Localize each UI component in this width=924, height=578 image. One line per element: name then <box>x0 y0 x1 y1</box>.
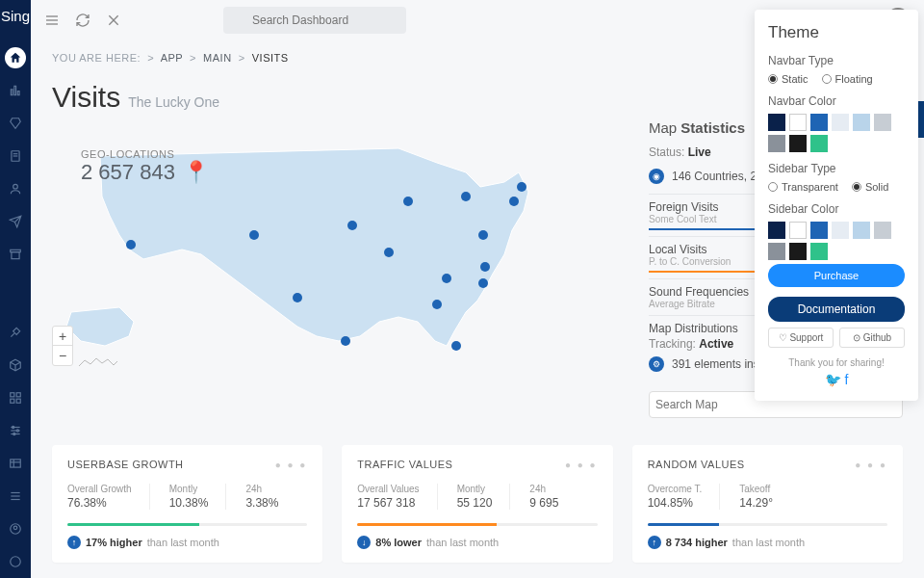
theme-title: Theme <box>768 23 905 42</box>
close-icon[interactable] <box>106 13 121 28</box>
radio-floating[interactable]: Floating <box>822 73 873 85</box>
sidebar-swatches <box>768 222 905 260</box>
color-swatch[interactable] <box>789 135 807 152</box>
color-swatch[interactable] <box>810 114 828 131</box>
zoom-in-button[interactable]: + <box>53 327 72 346</box>
color-swatch[interactable] <box>789 222 807 239</box>
card-menu-icon[interactable]: ● ● ● <box>275 460 308 470</box>
svg-point-34 <box>126 240 136 250</box>
sidebar-item-tables[interactable] <box>0 447 31 480</box>
arrow-up-icon: ↑ <box>648 536 661 549</box>
search-input[interactable] <box>223 7 406 34</box>
svg-rect-8 <box>12 252 19 259</box>
sidebar-item-archive[interactable] <box>0 238 31 271</box>
twitter-icon[interactable]: 🐦 <box>825 372 841 387</box>
arrow-up-icon: ↑ <box>67 536 81 549</box>
map-zoom: + − <box>52 326 73 366</box>
color-swatch[interactable] <box>768 222 785 239</box>
svg-rect-10 <box>16 393 20 397</box>
color-swatch[interactable] <box>768 135 785 152</box>
svg-point-45 <box>480 262 490 272</box>
color-swatch[interactable] <box>853 114 870 131</box>
svg-rect-11 <box>11 399 14 403</box>
breadcrumb-link[interactable]: Main <box>203 52 232 64</box>
sidebar-item-premium[interactable] <box>0 107 31 140</box>
sidebar-item-analytics[interactable] <box>0 74 31 107</box>
card-menu-icon[interactable]: ● ● ● <box>565 460 598 470</box>
svg-point-36 <box>293 293 302 302</box>
color-swatch[interactable] <box>832 222 849 239</box>
svg-point-40 <box>403 197 413 206</box>
sidebar-item-tools[interactable] <box>0 316 31 349</box>
sidebar-item-users[interactable] <box>0 172 31 205</box>
github-link[interactable]: ⊙ Github <box>839 328 905 348</box>
map-widget[interactable]: GEO-LOCATIONS 2 657 843 📍 + − <box>52 119 629 380</box>
breadcrumb-current: Visits <box>252 52 289 64</box>
color-swatch[interactable] <box>810 243 828 260</box>
svg-point-35 <box>249 230 259 240</box>
svg-rect-9 <box>11 393 14 397</box>
gear-small-icon: ⚙ <box>649 356 664 372</box>
svg-point-43 <box>451 341 461 351</box>
theme-panel: Theme Navbar Type Static Floating Navbar… <box>755 10 918 401</box>
svg-rect-2 <box>17 92 19 95</box>
svg-point-42 <box>442 274 451 283</box>
card-random: RANDOM VALUES● ● ● Overcome T.104.85% Ta… <box>632 445 903 563</box>
purchase-button[interactable]: Purchase <box>768 264 905 287</box>
svg-point-47 <box>509 197 519 206</box>
logo: Sing <box>1 8 30 24</box>
sparkline <box>79 356 117 370</box>
radio-static[interactable]: Static <box>768 73 808 85</box>
map-pin-icon: 📍 <box>183 160 209 185</box>
radio-transparent[interactable]: Transparent <box>768 181 838 193</box>
svg-rect-19 <box>11 460 21 467</box>
color-swatch[interactable] <box>768 243 785 260</box>
arrow-down-icon: ↓ <box>357 536 371 549</box>
zoom-out-button[interactable]: − <box>53 346 72 365</box>
svg-point-46 <box>478 278 488 288</box>
sidebar-item-send[interactable] <box>0 205 31 238</box>
sidebar-item-more[interactable] <box>0 545 31 578</box>
sidebar: Sing <box>0 0 31 578</box>
sidebar-item-list[interactable] <box>0 480 31 512</box>
svg-rect-1 <box>14 86 16 94</box>
color-swatch[interactable] <box>789 243 807 260</box>
svg-point-39 <box>384 248 394 257</box>
facebook-icon[interactable]: f <box>845 372 849 387</box>
color-swatch[interactable] <box>832 114 849 131</box>
geo-locations: GEO-LOCATIONS 2 657 843 📍 <box>81 148 209 185</box>
search-wrap <box>223 7 406 34</box>
svg-point-38 <box>347 221 357 230</box>
sidebar-item-sliders[interactable] <box>0 414 31 447</box>
color-swatch[interactable] <box>768 114 785 131</box>
sidebar-item-packages[interactable] <box>0 349 31 381</box>
svg-point-48 <box>517 182 526 192</box>
radio-solid[interactable]: Solid <box>852 181 888 193</box>
card-userbase: USERBASE GROWTH● ● ● Overall Growth76.38… <box>52 445 322 563</box>
refresh-icon[interactable] <box>75 13 90 28</box>
breadcrumb-link[interactable]: App <box>161 52 183 64</box>
sidebar-item-dashboard[interactable] <box>5 47 26 68</box>
svg-rect-0 <box>11 90 13 95</box>
documentation-button[interactable]: Documentation <box>768 297 905 322</box>
card-menu-icon[interactable]: ● ● ● <box>855 460 887 470</box>
color-swatch[interactable] <box>853 222 870 239</box>
location-icon: ◉ <box>649 169 664 184</box>
sidebar-item-docs[interactable] <box>0 140 31 172</box>
support-link[interactable]: ♡ Support <box>768 328 834 348</box>
card-traffic: TRAFFIC VALUES● ● ● Overall Values17 567… <box>342 445 612 563</box>
svg-rect-12 <box>16 399 20 403</box>
svg-point-49 <box>461 192 471 201</box>
sidebar-item-profile[interactable] <box>0 512 31 545</box>
color-swatch[interactable] <box>874 222 891 239</box>
svg-point-6 <box>13 184 18 189</box>
color-swatch[interactable] <box>810 222 828 239</box>
color-swatch[interactable] <box>874 114 891 131</box>
color-swatch[interactable] <box>810 135 828 152</box>
sidebar-item-grid[interactable] <box>0 381 31 414</box>
navbar-swatches <box>768 114 905 152</box>
menu-icon[interactable] <box>44 13 60 28</box>
svg-point-37 <box>341 336 350 346</box>
color-swatch[interactable] <box>789 114 807 131</box>
svg-point-27 <box>11 557 21 567</box>
